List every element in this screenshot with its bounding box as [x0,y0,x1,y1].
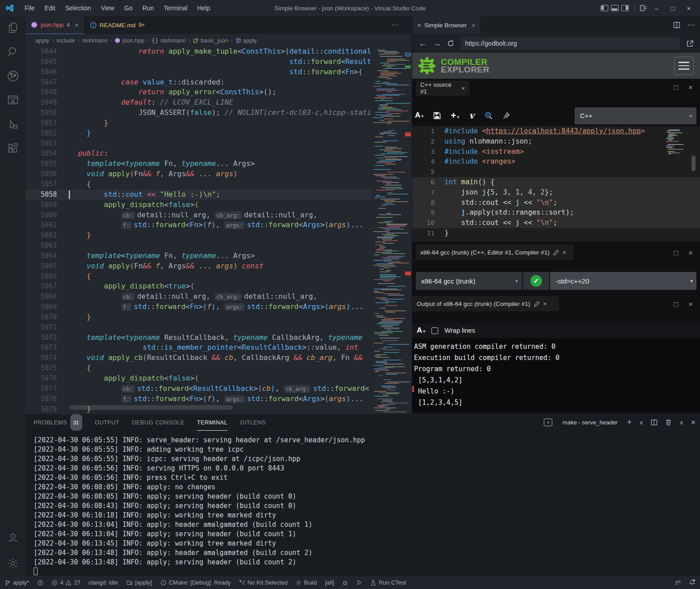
code-line[interactable]: 5053 [26,139,412,149]
tab-readme-md[interactable]: README.md 9+ [85,16,151,34]
source-line[interactable]: 10 std::cout << j << "\n"; [412,218,700,228]
back-icon[interactable]: ← [418,39,427,48]
source-line[interactable]: 11} [412,228,700,238]
tab-debug-console[interactable]: DEBUG CONSOLE [132,414,184,431]
breadcrumb-item[interactable]: apply [235,37,257,44]
tab-problems[interactable]: PROBLEMS31 [34,414,82,431]
breadcrumb-item[interactable]: nlohmann [82,37,107,44]
maximize-pane-icon[interactable]: □ [674,83,679,92]
terminal-dropdown-icon[interactable]: ∨ [639,420,643,426]
close-pane-icon[interactable]: × [563,249,566,256]
close-panel-icon[interactable]: × [691,418,696,427]
code-line[interactable]: 5074 void apply_cb(ResultCallback && cb,… [26,353,412,363]
breadcrumb-item[interactable]: apply [35,37,49,44]
code-line[interactable]: 5054 public: [26,148,412,159]
publish-button[interactable] [37,580,43,586]
close-pane-icon[interactable]: × [543,301,547,307]
save-icon[interactable] [433,112,441,119]
source-line[interactable]: 9 j.apply(std::ranges::sort); [412,208,700,218]
source-line[interactable]: 5 [412,167,700,177]
compiler-explorer-wordmark[interactable]: COMPILER EXPLORER [441,58,490,73]
maximize-pane-icon[interactable]: □ [674,300,679,309]
code-line[interactable]: 5078 f:std::forward<Fn>(f), args:std::fo… [26,394,412,404]
menu-run[interactable]: Run [138,3,158,13]
code-line[interactable]: 5059 apply_dispatch<false>( [26,200,412,210]
code-line[interactable]: 5047 case value_t::discarded: [26,77,412,88]
customize-layout-icon[interactable] [640,4,647,12]
menu-go[interactable]: Go [120,3,137,13]
language-select[interactable]: C++ ▾ [575,107,696,124]
breadcrumb-item[interactable]: include [56,37,75,44]
font-size-button[interactable]: A▾ [415,111,423,120]
breadcrumb-item[interactable]: basic_json [193,37,228,44]
close-tab-icon[interactable]: × [75,21,79,29]
open-external-icon[interactable] [686,40,694,47]
tab-simple-browser[interactable]: ≡ Simple Browser × [412,16,481,34]
code-line[interactable]: 5046 std::forward<Fn>( [26,67,412,77]
menu-selection[interactable]: Selection [61,3,95,13]
terminal-output[interactable]: [2022-04-30 06:05:55] INFO: serve_header… [34,436,697,574]
branch-indicator[interactable]: apply* [4,579,29,586]
code-line[interactable]: 5075 { [26,363,412,373]
editor-actions-kebab-icon[interactable]: ⋯ [392,21,399,29]
source-pane-tab[interactable]: C++ source #1 × [416,81,470,96]
zoom-icon[interactable] [484,111,493,120]
close-pane-icon[interactable]: × [688,300,693,309]
close-tab-icon[interactable]: × [471,21,475,29]
tab-output[interactable]: OUTPUT [95,414,120,431]
code-line[interactable]: 5068 cb:detail::null_arg, cb_arg:detail:… [26,292,412,302]
code-line[interactable]: 5045 std::forward<ResultType>( [26,57,412,67]
cmake-status[interactable]: CMake: [Debug]: Ready [160,579,231,586]
menu-file[interactable]: File [21,3,39,13]
code-line[interactable]: 5064 template<typename Fn, typename... A… [26,251,412,261]
menu-help[interactable]: Help [193,3,214,13]
code-line[interactable]: 5072 template<typename ResultCallback, t… [26,333,412,343]
code-line[interactable]: 5067 apply_dispatch<true>( [26,281,412,292]
code-line[interactable]: 5063 [26,241,412,251]
code-line[interactable]: 5055 template<typename Fn, typename... A… [26,159,412,169]
compiler-options-input[interactable]: -std=c++20 ▾ [550,272,696,290]
code-line[interactable]: 5051 } [26,118,412,128]
problems-indicator[interactable]: 4 27 [51,579,81,586]
rename-pane-icon[interactable] [553,250,559,255]
tab-gitlens[interactable]: GITLENS [240,414,266,431]
build-button[interactable]: Build [295,579,317,586]
code-line[interactable]: 5065 void apply(Fn&& f, Args&& ... args)… [26,261,412,271]
source-line[interactable]: 6int main() { [412,177,700,187]
code-line[interactable]: 5050 JSON_ASSERT(false); // NOLINT(cert-… [26,108,412,118]
split-editor-icon[interactable] [673,21,680,29]
close-pane-icon[interactable]: × [688,83,693,92]
feedback-icon[interactable] [674,580,681,586]
output-pane-tab[interactable]: Output of x86-64 gcc (trunk) (Compiler #… [412,296,559,311]
maximize-button[interactable]: □ [666,4,679,12]
run-debug-icon[interactable] [7,118,19,131]
launch-button[interactable] [356,580,362,585]
settings-gear-icon[interactable] [7,557,19,570]
source-line[interactable]: 7 json j{5, 3, 1, 4, 2}; [412,187,700,198]
source-line[interactable]: 2using nlohmann::json; [412,136,700,147]
font-size-button[interactable]: A▾ [417,326,425,335]
code-line[interactable]: 5076 apply_dispatch<false>( [26,373,412,384]
maximize-pane-icon[interactable]: □ [674,249,679,258]
compiler-explorer-logo-icon[interactable] [417,55,437,76]
tab-terminal[interactable]: TERMINAL [197,414,227,431]
menu-edit[interactable]: Edit [41,3,60,13]
code-line[interactable]: 5058 std::cout << "Hello :-)\n"; [26,190,412,200]
split-terminal-icon[interactable] [651,419,657,426]
menu-terminal[interactable]: Terminal [160,3,192,13]
search-icon[interactable] [7,46,19,58]
extensions-icon[interactable] [7,142,19,155]
code-editor[interactable]: 5044 return apply_make_tuple<ConstThis>(… [26,47,412,414]
compiler-pane-tab[interactable]: x86-64 gcc (trunk) (C++, Editor #1, Comp… [416,245,573,260]
code-line[interactable]: 5073 std::is_member_pointer<ResultCallba… [26,343,412,353]
source-control-icon[interactable] [7,70,19,82]
breadcrumb-item[interactable]: {}nlohmann [152,37,186,44]
code-line[interactable]: 5060 cb:detail::null_arg, cb_arg:detail:… [26,210,412,220]
horizontal-scrollbar[interactable] [69,405,233,410]
minimap[interactable] [371,47,412,414]
code-line[interactable]: 5057 { [26,179,412,190]
browser-actions-kebab-icon[interactable]: ⋯ [687,21,695,29]
close-window-button[interactable]: × [682,4,696,12]
compiler-select[interactable]: x86-64 gcc (trunk) ▾ [416,272,522,290]
hamburger-menu-icon[interactable] [674,57,694,75]
